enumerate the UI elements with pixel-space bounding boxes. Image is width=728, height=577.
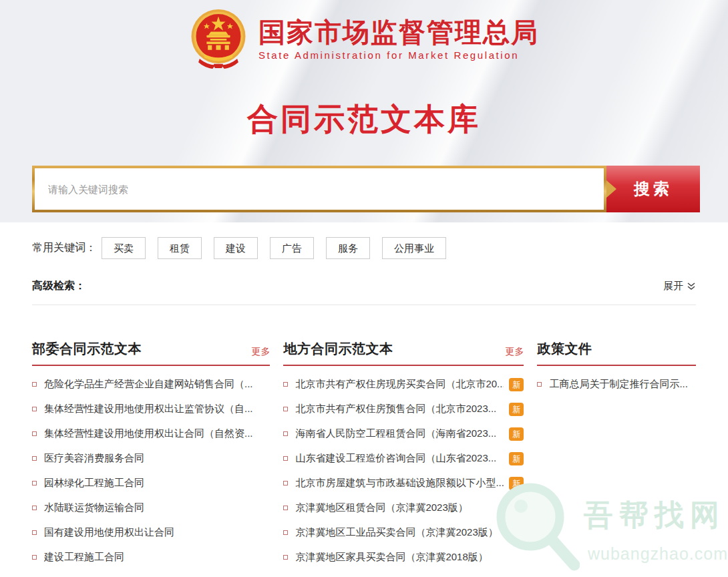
search-button[interactable]: 搜索 <box>606 166 700 212</box>
column-header: 地方合同示范文本 更多 <box>283 340 524 366</box>
keyword-button[interactable]: 买卖 <box>102 237 146 259</box>
document-link[interactable]: 集体经营性建设用地使用权出让监管协议（自... <box>32 397 270 421</box>
document-link[interactable]: 京津冀地区租赁合同（京津冀2023版） <box>283 496 524 520</box>
document-title: 北京市共有产权住房现房买卖合同（北京市20... <box>295 378 504 391</box>
keywords-label: 常用关键词： <box>32 241 96 255</box>
new-badge: 新 <box>509 427 524 441</box>
columns: 部委合同示范文本 更多 危险化学品生产经营企业自建网站销售合同（...集体经营性… <box>32 340 696 570</box>
document-link[interactable]: 工商总局关于制定推行合同示... <box>537 372 696 397</box>
document-title: 工商总局关于制定推行合同示... <box>549 378 696 391</box>
document-link[interactable]: 国有建设用地使用权出让合同 <box>32 520 270 545</box>
document-link[interactable]: 海南省人民防空工程租赁合同（海南省2023...新 <box>283 421 524 446</box>
document-link[interactable]: 京津冀地区工业品买卖合同（京津冀2023版） <box>283 520 524 545</box>
more-link[interactable]: 更多 <box>505 346 524 358</box>
header-banner: 国家市场监督管理总局 State Administration for Mark… <box>0 0 728 222</box>
document-link[interactable]: 京津冀地区家具买卖合同（京津冀2018版） <box>283 545 524 570</box>
document-link[interactable]: 园林绿化工程施工合同 <box>32 471 270 496</box>
document-link[interactable]: 北京市共有产权住房预售合同（北京市2023...新 <box>283 397 524 421</box>
document-title: 危险化学品生产经营企业自建网站销售合同（... <box>44 378 270 391</box>
column-header: 部委合同示范文本 更多 <box>32 340 270 366</box>
national-emblem-icon <box>189 8 248 69</box>
advanced-search-label: 高级检索： <box>32 279 85 293</box>
new-badge: 新 <box>509 477 524 490</box>
document-link[interactable]: 水陆联运货物运输合同 <box>32 496 270 520</box>
search-input[interactable] <box>35 168 604 210</box>
keyword-button[interactable]: 公用事业 <box>382 237 446 259</box>
document-link[interactable]: 北京市共有产权住房现房买卖合同（北京市20...新 <box>283 372 524 397</box>
square-bullet-icon <box>283 382 288 387</box>
square-bullet-icon <box>32 382 37 387</box>
square-bullet-icon <box>32 407 37 411</box>
search-bar: 搜索 <box>32 166 700 212</box>
page-title: 合同示范文本库 <box>0 99 728 140</box>
document-list: 北京市共有产权住房现房买卖合同（北京市20...新北京市共有产权住房预售合同（北… <box>283 372 524 570</box>
expand-label: 展开 <box>663 280 683 293</box>
keyword-buttons: 买卖租赁建设广告服务公用事业 <box>102 237 458 259</box>
document-link[interactable]: 山东省建设工程造价咨询合同（山东省2023...新 <box>283 446 524 471</box>
column-3: 政策文件 工商总局关于制定推行合同示... <box>537 340 696 570</box>
new-badge: 新 <box>509 452 524 465</box>
advanced-search-row: 高级检索： 展开 <box>32 279 696 305</box>
square-bullet-icon <box>283 530 288 535</box>
square-bullet-icon <box>32 530 37 535</box>
keyword-button[interactable]: 建设 <box>214 237 258 259</box>
document-list: 工商总局关于制定推行合同示... <box>537 372 696 397</box>
document-list: 危险化学品生产经营企业自建网站销售合同（...集体经营性建设用地使用权出让监管协… <box>32 372 270 570</box>
document-title: 北京市共有产权住房预售合同（北京市2023... <box>295 403 504 415</box>
square-bullet-icon <box>283 431 288 436</box>
square-bullet-icon <box>283 555 288 560</box>
new-badge: 新 <box>509 403 524 416</box>
document-title: 建设工程施工合同 <box>44 551 270 564</box>
square-bullet-icon <box>32 555 37 560</box>
keyword-button[interactable]: 租赁 <box>158 237 202 259</box>
square-bullet-icon <box>283 506 288 510</box>
square-bullet-icon <box>32 456 37 461</box>
document-link[interactable]: 建设工程施工合同 <box>32 545 270 570</box>
square-bullet-icon <box>32 481 37 486</box>
document-title: 京津冀地区家具买卖合同（京津冀2018版） <box>295 551 524 564</box>
keyword-button[interactable]: 广告 <box>270 237 314 259</box>
square-bullet-icon <box>32 431 37 436</box>
document-title: 集体经营性建设用地使用权出让合同（自然资... <box>44 427 270 440</box>
common-keywords-row: 常用关键词： 买卖租赁建设广告服务公用事业 <box>32 237 696 259</box>
square-bullet-icon <box>283 407 288 411</box>
document-title: 水陆联运货物运输合同 <box>44 502 270 514</box>
site-logo: 国家市场监督管理总局 State Administration for Mark… <box>0 0 728 69</box>
document-link[interactable]: 医疗美容消费服务合同 <box>32 446 270 471</box>
document-title: 京津冀地区工业品买卖合同（京津冀2023版） <box>295 526 524 539</box>
search-input-frame <box>32 166 606 212</box>
double-chevron-down-icon <box>687 282 696 291</box>
document-title: 海南省人民防空工程租赁合同（海南省2023... <box>295 427 504 440</box>
column-2: 地方合同示范文本 更多 北京市共有产权住房现房买卖合同（北京市20...新北京市… <box>283 340 524 570</box>
square-bullet-icon <box>283 481 288 486</box>
document-title: 园林绿化工程施工合同 <box>44 477 270 490</box>
org-names: 国家市场监督管理总局 State Administration for Mark… <box>258 17 539 61</box>
document-title: 山东省建设工程造价咨询合同（山东省2023... <box>295 452 504 465</box>
org-name-en: State Administration for Market Regulati… <box>258 49 539 61</box>
expand-button[interactable]: 展开 <box>663 280 696 293</box>
document-title: 集体经营性建设用地使用权出让监管协议（自... <box>44 403 270 415</box>
column-title: 部委合同示范文本 <box>32 340 142 358</box>
document-title: 国有建设用地使用权出让合同 <box>44 526 270 539</box>
square-bullet-icon <box>283 456 288 461</box>
document-link[interactable]: 北京市房屋建筑与市政基础设施限额以下小型...新 <box>283 471 524 496</box>
document-title: 医疗美容消费服务合同 <box>44 452 270 465</box>
square-bullet-icon <box>537 382 542 387</box>
column-header: 政策文件 <box>537 340 696 366</box>
keyword-button[interactable]: 服务 <box>326 237 370 259</box>
column-1: 部委合同示范文本 更多 危险化学品生产经营企业自建网站销售合同（...集体经营性… <box>32 340 270 570</box>
document-title: 北京市房屋建筑与市政基础设施限额以下小型... <box>295 477 504 490</box>
document-title: 京津冀地区租赁合同（京津冀2023版） <box>295 502 524 514</box>
column-title: 政策文件 <box>537 340 592 358</box>
column-title: 地方合同示范文本 <box>283 340 393 358</box>
new-badge: 新 <box>509 378 524 391</box>
document-link[interactable]: 集体经营性建设用地使用权出让合同（自然资... <box>32 421 270 446</box>
document-link[interactable]: 危险化学品生产经营企业自建网站销售合同（... <box>32 372 270 397</box>
more-link[interactable]: 更多 <box>251 346 270 358</box>
square-bullet-icon <box>32 506 37 510</box>
org-name-cn: 国家市场监督管理总局 <box>258 17 539 47</box>
